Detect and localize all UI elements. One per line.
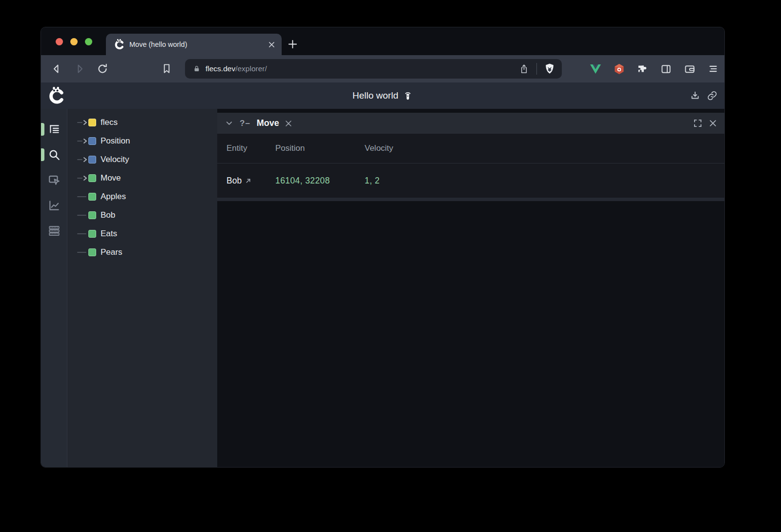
menu-icon[interactable] <box>708 63 719 74</box>
extension-badge-icon[interactable] <box>614 63 625 75</box>
stats-chart-icon <box>48 199 61 212</box>
expand-arrow-icon[interactable] <box>77 120 87 125</box>
remote-connection-icon[interactable] <box>403 90 413 101</box>
desktop-background: Move (hello world) <box>0 0 781 532</box>
sidebar-toggle-icon[interactable] <box>660 63 672 75</box>
entity-color-swatch <box>88 193 96 201</box>
tree-item-label: Pears <box>101 247 122 257</box>
leaf-connector <box>77 196 87 197</box>
tree-item-apples[interactable]: Apples <box>67 187 217 206</box>
entity-color-swatch <box>88 211 96 219</box>
query-panel: ?– Move <box>217 113 724 201</box>
leaf-connector <box>77 233 87 234</box>
sidebar-item-query-search[interactable] <box>41 142 67 167</box>
minimize-window-button[interactable] <box>70 38 78 45</box>
column-header-position: Position <box>275 143 365 153</box>
flecs-logo[interactable] <box>47 87 65 104</box>
toolbar-separator <box>536 63 537 75</box>
address-bar-actions <box>519 63 555 75</box>
table-row[interactable]: Bob 16104, 32208 1, 2 <box>217 164 724 198</box>
tree-item-label: Bob <box>101 210 115 220</box>
expand-arrow-icon[interactable] <box>77 138 87 144</box>
share-icon[interactable] <box>519 64 529 74</box>
position-value: 16104, 32208 <box>275 176 365 186</box>
back-icon[interactable] <box>51 63 62 75</box>
tree-item-label: Position <box>101 136 130 146</box>
data-rows-icon <box>48 225 61 237</box>
expand-arrow-icon[interactable] <box>77 157 87 163</box>
tree-item-label: Move <box>101 173 121 183</box>
extensions-puzzle-icon[interactable] <box>637 63 648 75</box>
entity-name: Bob <box>226 176 242 186</box>
module-color-swatch <box>88 119 96 126</box>
close-panel-icon[interactable] <box>709 120 717 127</box>
leaf-connector <box>77 215 87 216</box>
world-title-group: Hello world <box>352 90 413 101</box>
entity-tree-panel: flecs Position Velocity Move <box>67 109 217 467</box>
tree-item-pears[interactable]: Pears <box>67 243 217 262</box>
tool-sidebar <box>41 109 67 467</box>
query-type-badge: ?– <box>240 119 250 128</box>
entity-color-swatch <box>88 248 96 256</box>
tree-item-eats[interactable]: Eats <box>67 225 217 243</box>
link-icon[interactable] <box>707 90 718 101</box>
tree-item-move[interactable]: Move <box>67 169 217 187</box>
component-color-swatch <box>88 137 96 145</box>
explorer-content: flecs Position Velocity Move <box>41 109 724 467</box>
download-icon[interactable] <box>690 90 700 101</box>
query-panel-actions <box>694 119 717 127</box>
close-window-button[interactable] <box>56 38 63 45</box>
browser-tab[interactable]: Move (hello world) <box>106 34 282 55</box>
sidebar-item-statistics[interactable] <box>41 193 67 218</box>
column-header-entity: Entity <box>226 143 275 153</box>
zoom-window-button[interactable] <box>85 38 92 45</box>
lock-icon <box>193 65 201 73</box>
tree-item-label: Eats <box>101 229 117 239</box>
forward-icon[interactable] <box>74 63 85 75</box>
tab-close-icon[interactable] <box>268 41 275 48</box>
expand-arrow-icon[interactable] <box>77 175 87 181</box>
fullscreen-icon[interactable] <box>694 119 702 127</box>
tree-item-position[interactable]: Position <box>67 132 217 150</box>
component-color-swatch <box>88 156 96 164</box>
flecs-favicon <box>114 39 124 50</box>
sidebar-item-data-tables[interactable] <box>41 218 67 244</box>
browser-toolbar: flecs.dev/explorer/ <box>41 55 724 82</box>
active-indicator <box>41 123 44 136</box>
active-indicator <box>41 148 44 161</box>
extension-icons <box>590 55 719 82</box>
brave-shield-icon[interactable] <box>544 63 555 75</box>
bookmark-icon[interactable] <box>161 63 172 74</box>
result-table-header: Entity Position Velocity <box>217 134 724 164</box>
reload-icon[interactable] <box>97 63 108 75</box>
explorer-header-actions <box>690 82 718 109</box>
inspect-cursor-icon <box>48 174 61 186</box>
wallet-icon[interactable] <box>684 63 696 75</box>
query-title: Move <box>257 118 279 128</box>
column-header-velocity: Velocity <box>365 143 724 153</box>
tree-item-bob[interactable]: Bob <box>67 206 217 225</box>
search-icon <box>48 148 61 161</box>
leaf-connector <box>77 252 87 253</box>
query-clear-icon[interactable] <box>285 120 292 127</box>
address-bar[interactable]: flecs.dev/explorer/ <box>185 59 562 79</box>
query-area: ?– Move <box>217 109 724 467</box>
tree-item-label: flecs <box>101 118 118 127</box>
entity-color-swatch <box>88 230 96 238</box>
tree-item-velocity[interactable]: Velocity <box>67 150 217 169</box>
velocity-value: 1, 2 <box>365 176 724 186</box>
tree-item-flecs[interactable]: flecs <box>67 113 217 132</box>
collapse-chevron-icon[interactable] <box>226 120 233 127</box>
window-controls <box>56 38 92 45</box>
vue-devtools-icon[interactable] <box>590 63 601 74</box>
new-tab-button[interactable] <box>288 39 298 49</box>
open-entity-arrow-icon[interactable] <box>245 178 251 184</box>
browser-window: Move (hello world) <box>41 27 725 468</box>
url-domain: flecs.dev <box>206 64 235 73</box>
tab-strip: Move (hello world) <box>41 27 724 55</box>
sidebar-item-entity-tree[interactable] <box>41 117 67 142</box>
entity-tree-icon <box>48 123 61 136</box>
explorer-header: Hello world <box>41 82 724 109</box>
sidebar-item-inspect[interactable] <box>41 167 67 193</box>
tree-item-label: Apples <box>101 192 126 202</box>
